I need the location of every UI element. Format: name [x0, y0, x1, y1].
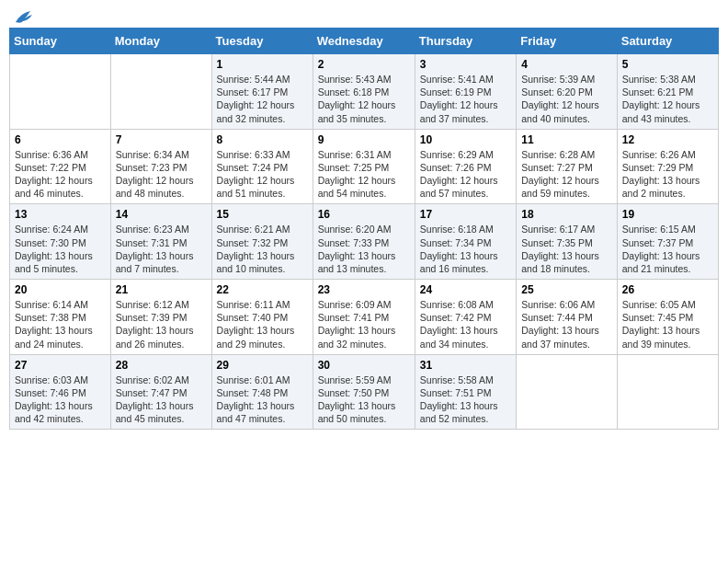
calendar-cell	[517, 354, 618, 430]
day-number: 15	[217, 208, 308, 221]
cell-info: Sunrise: 6:34 AMSunset: 7:23 PMDaylight:…	[116, 148, 207, 201]
calendar-cell: 8Sunrise: 6:33 AMSunset: 7:24 PMDaylight…	[211, 129, 313, 204]
day-number: 4	[521, 58, 612, 71]
day-number: 18	[521, 208, 612, 221]
cell-info: Sunrise: 6:01 AMSunset: 7:48 PMDaylight:…	[217, 373, 308, 426]
calendar-table: SundayMondayTuesdayWednesdayThursdayFrid…	[9, 28, 719, 430]
cell-info: Sunrise: 5:59 AMSunset: 7:50 PMDaylight:…	[318, 373, 410, 426]
calendar-cell: 12Sunrise: 6:26 AMSunset: 7:29 PMDayligh…	[617, 129, 718, 204]
day-header-wednesday: Wednesday	[313, 29, 415, 54]
cell-info: Sunrise: 6:14 AMSunset: 7:38 PMDaylight:…	[15, 298, 106, 350]
day-number: 23	[318, 283, 410, 296]
day-header-saturday: Saturday	[617, 29, 718, 54]
calendar-cell: 21Sunrise: 6:12 AMSunset: 7:39 PMDayligh…	[110, 280, 211, 355]
calendar-cell: 22Sunrise: 6:11 AMSunset: 7:40 PMDayligh…	[211, 280, 313, 355]
calendar-cell: 10Sunrise: 6:29 AMSunset: 7:26 PMDayligh…	[415, 129, 516, 204]
page-header	[9, 9, 719, 20]
cell-info: Sunrise: 5:58 AMSunset: 7:51 PMDaylight:…	[420, 373, 511, 426]
day-number: 9	[318, 133, 410, 146]
cell-info: Sunrise: 6:15 AMSunset: 7:37 PMDaylight:…	[622, 223, 713, 275]
calendar-week-row: 1Sunrise: 5:44 AMSunset: 6:17 PMDaylight…	[10, 54, 719, 130]
calendar-cell: 29Sunrise: 6:01 AMSunset: 7:48 PMDayligh…	[211, 354, 313, 430]
logo	[13, 9, 35, 20]
calendar-week-row: 20Sunrise: 6:14 AMSunset: 7:38 PMDayligh…	[10, 280, 719, 355]
day-number: 3	[420, 58, 511, 71]
calendar-cell: 14Sunrise: 6:23 AMSunset: 7:31 PMDayligh…	[110, 204, 211, 280]
day-number: 7	[116, 133, 207, 146]
day-number: 16	[318, 208, 410, 221]
day-number: 29	[217, 359, 308, 372]
calendar-cell: 3Sunrise: 5:41 AMSunset: 6:19 PMDaylight…	[415, 54, 516, 130]
calendar-cell: 26Sunrise: 6:05 AMSunset: 7:45 PMDayligh…	[617, 280, 718, 355]
day-number: 8	[217, 133, 308, 146]
day-number: 5	[622, 58, 713, 71]
calendar-cell: 1Sunrise: 5:44 AMSunset: 6:17 PMDaylight…	[211, 54, 313, 130]
day-number: 22	[217, 283, 308, 296]
cell-info: Sunrise: 6:05 AMSunset: 7:45 PMDaylight:…	[622, 298, 713, 350]
cell-info: Sunrise: 6:36 AMSunset: 7:22 PMDaylight:…	[15, 148, 106, 201]
calendar-cell: 4Sunrise: 5:39 AMSunset: 6:20 PMDaylight…	[517, 54, 618, 130]
calendar-cell: 17Sunrise: 6:18 AMSunset: 7:34 PMDayligh…	[415, 204, 516, 280]
day-number: 2	[318, 58, 410, 71]
day-number: 30	[318, 359, 410, 372]
day-number: 14	[116, 208, 207, 221]
calendar-cell: 9Sunrise: 6:31 AMSunset: 7:25 PMDaylight…	[313, 129, 415, 204]
day-header-monday: Monday	[110, 29, 211, 54]
cell-info: Sunrise: 6:17 AMSunset: 7:35 PMDaylight:…	[521, 223, 612, 275]
calendar-cell: 7Sunrise: 6:34 AMSunset: 7:23 PMDaylight…	[110, 129, 211, 204]
day-number: 20	[15, 283, 106, 296]
calendar-cell	[10, 54, 111, 130]
cell-info: Sunrise: 6:12 AMSunset: 7:39 PMDaylight:…	[116, 298, 207, 350]
day-number: 13	[15, 208, 106, 221]
calendar-cell: 13Sunrise: 6:24 AMSunset: 7:30 PMDayligh…	[10, 204, 111, 280]
day-number: 6	[15, 133, 106, 146]
calendar-cell: 19Sunrise: 6:15 AMSunset: 7:37 PMDayligh…	[617, 204, 718, 280]
cell-info: Sunrise: 6:31 AMSunset: 7:25 PMDaylight:…	[318, 148, 410, 201]
day-number: 21	[116, 283, 207, 296]
calendar-cell: 23Sunrise: 6:09 AMSunset: 7:41 PMDayligh…	[313, 280, 415, 355]
day-header-friday: Friday	[517, 29, 618, 54]
calendar-cell: 30Sunrise: 5:59 AMSunset: 7:50 PMDayligh…	[313, 354, 415, 430]
cell-info: Sunrise: 6:23 AMSunset: 7:31 PMDaylight:…	[116, 223, 207, 275]
cell-info: Sunrise: 6:08 AMSunset: 7:42 PMDaylight:…	[420, 298, 511, 350]
cell-info: Sunrise: 6:02 AMSunset: 7:47 PMDaylight:…	[116, 373, 207, 426]
cell-info: Sunrise: 6:18 AMSunset: 7:34 PMDaylight:…	[420, 223, 511, 275]
cell-info: Sunrise: 5:38 AMSunset: 6:21 PMDaylight:…	[622, 73, 713, 125]
day-number: 19	[622, 208, 713, 221]
calendar-cell	[617, 354, 718, 430]
cell-info: Sunrise: 6:06 AMSunset: 7:44 PMDaylight:…	[521, 298, 612, 350]
day-number: 31	[420, 359, 511, 372]
cell-info: Sunrise: 5:39 AMSunset: 6:20 PMDaylight:…	[521, 73, 612, 125]
calendar-cell: 20Sunrise: 6:14 AMSunset: 7:38 PMDayligh…	[10, 280, 111, 355]
calendar-cell: 2Sunrise: 5:43 AMSunset: 6:18 PMDaylight…	[313, 54, 415, 130]
calendar-cell: 11Sunrise: 6:28 AMSunset: 7:27 PMDayligh…	[517, 129, 618, 204]
day-header-thursday: Thursday	[415, 29, 516, 54]
calendar-cell: 24Sunrise: 6:08 AMSunset: 7:42 PMDayligh…	[415, 280, 516, 355]
day-number: 28	[116, 359, 207, 372]
calendar-header-row: SundayMondayTuesdayWednesdayThursdayFrid…	[10, 29, 719, 54]
calendar-cell: 31Sunrise: 5:58 AMSunset: 7:51 PMDayligh…	[415, 354, 516, 430]
day-number: 25	[521, 283, 612, 296]
calendar-cell: 15Sunrise: 6:21 AMSunset: 7:32 PMDayligh…	[211, 204, 313, 280]
calendar-week-row: 6Sunrise: 6:36 AMSunset: 7:22 PMDaylight…	[10, 129, 719, 204]
day-number: 12	[622, 133, 713, 146]
logo-bird-icon	[14, 9, 34, 26]
cell-info: Sunrise: 6:09 AMSunset: 7:41 PMDaylight:…	[318, 298, 410, 350]
cell-info: Sunrise: 6:33 AMSunset: 7:24 PMDaylight:…	[217, 148, 308, 201]
day-number: 10	[420, 133, 511, 146]
day-number: 1	[217, 58, 308, 71]
day-number: 24	[420, 283, 511, 296]
cell-info: Sunrise: 6:24 AMSunset: 7:30 PMDaylight:…	[15, 223, 106, 275]
cell-info: Sunrise: 6:03 AMSunset: 7:46 PMDaylight:…	[15, 373, 106, 426]
day-number: 26	[622, 283, 713, 296]
cell-info: Sunrise: 5:41 AMSunset: 6:19 PMDaylight:…	[420, 73, 511, 125]
calendar-cell: 5Sunrise: 5:38 AMSunset: 6:21 PMDaylight…	[617, 54, 718, 130]
calendar-cell: 18Sunrise: 6:17 AMSunset: 7:35 PMDayligh…	[517, 204, 618, 280]
calendar-cell: 25Sunrise: 6:06 AMSunset: 7:44 PMDayligh…	[517, 280, 618, 355]
calendar-cell	[110, 54, 211, 130]
cell-info: Sunrise: 6:29 AMSunset: 7:26 PMDaylight:…	[420, 148, 511, 201]
cell-info: Sunrise: 6:11 AMSunset: 7:40 PMDaylight:…	[217, 298, 308, 350]
calendar-cell: 16Sunrise: 6:20 AMSunset: 7:33 PMDayligh…	[313, 204, 415, 280]
cell-info: Sunrise: 6:28 AMSunset: 7:27 PMDaylight:…	[521, 148, 612, 201]
cell-info: Sunrise: 5:44 AMSunset: 6:17 PMDaylight:…	[217, 73, 308, 125]
